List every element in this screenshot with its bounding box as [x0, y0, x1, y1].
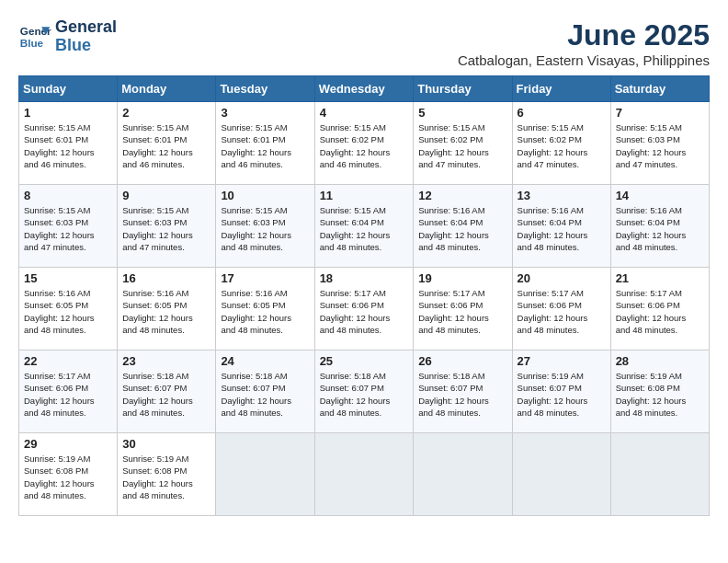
day-info: Sunrise: 5:16 AMSunset: 6:05 PMDaylight:… [221, 287, 309, 336]
day-number: 5 [418, 106, 506, 120]
day-info: Sunrise: 5:15 AMSunset: 6:01 PMDaylight:… [122, 121, 210, 170]
calendar-cell: 21Sunrise: 5:17 AMSunset: 6:06 PMDayligh… [610, 268, 709, 350]
calendar-cell: 1Sunrise: 5:15 AMSunset: 6:01 PMDaylight… [19, 102, 118, 185]
day-info: Sunrise: 5:15 AMSunset: 6:03 PMDaylight:… [24, 204, 112, 253]
title-area: June 2025 Catbalogan, Eastern Visayas, P… [458, 18, 710, 68]
header-tuesday: Tuesday [216, 76, 314, 102]
header-thursday: Thursday [414, 76, 512, 102]
day-number: 25 [320, 354, 409, 368]
calendar-cell: 16Sunrise: 5:16 AMSunset: 6:05 PMDayligh… [118, 268, 216, 350]
calendar-header-row: SundayMondayTuesdayWednesdayThursdayFrid… [19, 76, 710, 102]
calendar-cell: 14Sunrise: 5:16 AMSunset: 6:04 PMDayligh… [610, 185, 709, 268]
calendar-week-row: 22Sunrise: 5:17 AMSunset: 6:06 PMDayligh… [19, 350, 710, 433]
calendar-cell: 15Sunrise: 5:16 AMSunset: 6:05 PMDayligh… [19, 268, 118, 350]
day-info: Sunrise: 5:18 AMSunset: 6:07 PMDaylight:… [418, 370, 506, 419]
logo-text-line1: General [55, 18, 117, 37]
location-title: Catbalogan, Eastern Visayas, Philippines [458, 52, 710, 68]
logo-icon: General Blue [18, 20, 51, 53]
day-info: Sunrise: 5:19 AMSunset: 6:08 PMDaylight:… [24, 453, 112, 501]
day-number: 29 [24, 437, 112, 451]
header-monday: Monday [118, 76, 216, 102]
day-info: Sunrise: 5:15 AMSunset: 6:03 PMDaylight:… [616, 121, 704, 170]
calendar-cell: 6Sunrise: 5:15 AMSunset: 6:02 PMDaylight… [512, 102, 610, 185]
day-number: 15 [24, 271, 112, 285]
calendar-cell: 5Sunrise: 5:15 AMSunset: 6:02 PMDaylight… [414, 102, 512, 185]
calendar-cell: 12Sunrise: 5:16 AMSunset: 6:04 PMDayligh… [414, 185, 512, 268]
day-info: Sunrise: 5:16 AMSunset: 6:05 PMDaylight:… [24, 287, 112, 336]
day-info: Sunrise: 5:15 AMSunset: 6:02 PMDaylight:… [320, 121, 409, 170]
calendar-cell: 23Sunrise: 5:18 AMSunset: 6:07 PMDayligh… [118, 350, 216, 433]
day-info: Sunrise: 5:17 AMSunset: 6:06 PMDaylight:… [518, 287, 606, 336]
calendar-cell [414, 433, 512, 516]
day-info: Sunrise: 5:19 AMSunset: 6:08 PMDaylight:… [122, 453, 210, 501]
calendar-cell: 2Sunrise: 5:15 AMSunset: 6:01 PMDaylight… [118, 102, 216, 185]
calendar-cell: 3Sunrise: 5:15 AMSunset: 6:01 PMDaylight… [216, 102, 314, 185]
calendar-cell: 28Sunrise: 5:19 AMSunset: 6:08 PMDayligh… [610, 350, 709, 433]
header-friday: Friday [512, 76, 610, 102]
calendar-cell: 20Sunrise: 5:17 AMSunset: 6:06 PMDayligh… [512, 268, 610, 350]
day-number: 4 [320, 106, 409, 120]
header-sunday: Sunday [19, 76, 118, 102]
day-number: 1 [24, 106, 112, 120]
calendar-cell: 29Sunrise: 5:19 AMSunset: 6:08 PMDayligh… [19, 433, 118, 516]
page-header: General Blue General Blue June 2025 Catb… [18, 18, 710, 68]
calendar-cell: 8Sunrise: 5:15 AMSunset: 6:03 PMDaylight… [19, 185, 118, 268]
day-number: 22 [24, 354, 112, 368]
calendar-cell: 24Sunrise: 5:18 AMSunset: 6:07 PMDayligh… [216, 350, 314, 433]
day-number: 27 [518, 354, 606, 368]
day-info: Sunrise: 5:15 AMSunset: 6:02 PMDaylight:… [418, 121, 506, 170]
day-number: 23 [122, 354, 210, 368]
calendar-table: SundayMondayTuesdayWednesdayThursdayFrid… [18, 75, 710, 516]
day-number: 2 [122, 106, 210, 120]
day-info: Sunrise: 5:15 AMSunset: 6:02 PMDaylight:… [518, 121, 606, 170]
calendar-cell: 7Sunrise: 5:15 AMSunset: 6:03 PMDaylight… [610, 102, 709, 185]
calendar-cell [610, 433, 709, 516]
day-info: Sunrise: 5:19 AMSunset: 6:07 PMDaylight:… [518, 370, 606, 419]
calendar-cell: 19Sunrise: 5:17 AMSunset: 6:06 PMDayligh… [414, 268, 512, 350]
day-number: 17 [221, 271, 309, 285]
calendar-cell: 17Sunrise: 5:16 AMSunset: 6:05 PMDayligh… [216, 268, 314, 350]
calendar-cell: 22Sunrise: 5:17 AMSunset: 6:06 PMDayligh… [19, 350, 118, 433]
day-info: Sunrise: 5:18 AMSunset: 6:07 PMDaylight:… [221, 370, 309, 419]
calendar-cell: 4Sunrise: 5:15 AMSunset: 6:02 PMDaylight… [314, 102, 414, 185]
calendar-week-row: 8Sunrise: 5:15 AMSunset: 6:03 PMDaylight… [19, 185, 710, 268]
month-title: June 2025 [458, 18, 710, 52]
day-info: Sunrise: 5:15 AMSunset: 6:01 PMDaylight:… [221, 121, 309, 170]
day-info: Sunrise: 5:19 AMSunset: 6:08 PMDaylight:… [616, 370, 704, 419]
day-info: Sunrise: 5:18 AMSunset: 6:07 PMDaylight:… [122, 370, 210, 419]
day-number: 24 [221, 354, 309, 368]
calendar-week-row: 1Sunrise: 5:15 AMSunset: 6:01 PMDaylight… [19, 102, 710, 185]
day-info: Sunrise: 5:17 AMSunset: 6:06 PMDaylight:… [320, 287, 409, 336]
calendar-cell: 9Sunrise: 5:15 AMSunset: 6:03 PMDaylight… [118, 185, 216, 268]
day-info: Sunrise: 5:16 AMSunset: 6:04 PMDaylight:… [418, 204, 506, 253]
day-info: Sunrise: 5:16 AMSunset: 6:04 PMDaylight:… [518, 204, 606, 253]
day-number: 12 [418, 189, 506, 202]
day-info: Sunrise: 5:17 AMSunset: 6:06 PMDaylight:… [616, 287, 704, 336]
calendar-cell: 13Sunrise: 5:16 AMSunset: 6:04 PMDayligh… [512, 185, 610, 268]
day-info: Sunrise: 5:15 AMSunset: 6:03 PMDaylight:… [122, 204, 210, 253]
calendar-cell: 10Sunrise: 5:15 AMSunset: 6:03 PMDayligh… [216, 185, 314, 268]
day-number: 21 [616, 271, 704, 285]
day-info: Sunrise: 5:17 AMSunset: 6:06 PMDaylight:… [418, 287, 506, 336]
calendar-cell: 30Sunrise: 5:19 AMSunset: 6:08 PMDayligh… [118, 433, 216, 516]
day-info: Sunrise: 5:15 AMSunset: 6:01 PMDaylight:… [24, 121, 112, 170]
day-number: 11 [320, 189, 409, 202]
day-number: 9 [122, 189, 210, 202]
calendar-cell: 27Sunrise: 5:19 AMSunset: 6:07 PMDayligh… [512, 350, 610, 433]
calendar-week-row: 15Sunrise: 5:16 AMSunset: 6:05 PMDayligh… [19, 268, 710, 350]
day-info: Sunrise: 5:16 AMSunset: 6:05 PMDaylight:… [122, 287, 210, 336]
day-info: Sunrise: 5:17 AMSunset: 6:06 PMDaylight:… [24, 370, 112, 419]
calendar-cell: 26Sunrise: 5:18 AMSunset: 6:07 PMDayligh… [414, 350, 512, 433]
calendar-cell [512, 433, 610, 516]
day-number: 30 [122, 437, 210, 451]
calendar-week-row: 29Sunrise: 5:19 AMSunset: 6:08 PMDayligh… [19, 433, 710, 516]
calendar-cell [216, 433, 314, 516]
calendar-cell: 11Sunrise: 5:15 AMSunset: 6:04 PMDayligh… [314, 185, 414, 268]
day-number: 13 [518, 189, 606, 202]
logo-text-line2: Blue [55, 37, 117, 55]
logo: General Blue General Blue [18, 18, 117, 55]
day-number: 16 [122, 271, 210, 285]
day-number: 28 [616, 354, 704, 368]
day-number: 18 [320, 271, 409, 285]
day-info: Sunrise: 5:18 AMSunset: 6:07 PMDaylight:… [320, 370, 409, 419]
